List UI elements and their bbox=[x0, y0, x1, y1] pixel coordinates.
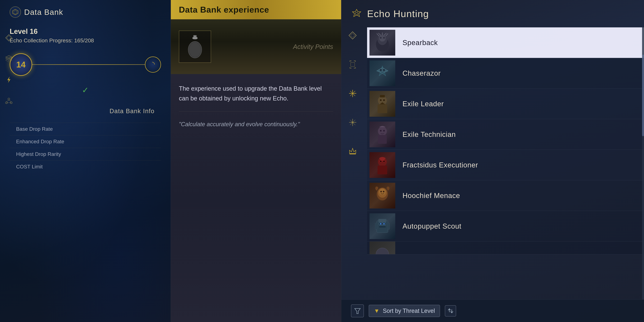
scrollbar-thumb[interactable] bbox=[642, 54, 644, 136]
svg-point-64 bbox=[376, 248, 389, 254]
svg-rect-38 bbox=[378, 104, 387, 113]
info-row-cost-limit: COST Limit bbox=[10, 160, 161, 173]
info-row-highest-rarity: Highest Drop Rarity bbox=[10, 148, 161, 160]
item-frame bbox=[179, 30, 211, 63]
list-item[interactable]: Exile Leader bbox=[367, 88, 644, 119]
svg-point-53 bbox=[380, 191, 382, 192]
enemy-name: Spearback bbox=[398, 39, 438, 47]
left-navigation bbox=[3, 32, 14, 106]
milestone-number: 14 bbox=[16, 60, 26, 70]
nav-icon-diamond[interactable] bbox=[3, 32, 14, 44]
enemy-list-container: Spearback Chaserazor bbox=[367, 27, 644, 300]
checkmark-icon: ✓ bbox=[82, 86, 89, 95]
enemy-name: Hoochief Menace bbox=[398, 192, 460, 200]
svg-point-45 bbox=[383, 130, 385, 132]
description-area: The experience used to upgrade the Data … bbox=[171, 74, 341, 322]
left-panel: Data Bank Level 16 Echo Collection Progr… bbox=[0, 0, 171, 322]
svg-rect-11 bbox=[192, 37, 198, 39]
right-nav-icon-snowflake[interactable] bbox=[346, 116, 359, 129]
svg-line-5 bbox=[6, 100, 9, 102]
svg-marker-18 bbox=[350, 33, 355, 38]
svg-point-13 bbox=[189, 42, 200, 57]
nav-icon-nodes[interactable] bbox=[3, 95, 14, 106]
svg-point-36 bbox=[383, 69, 385, 71]
milestone-circle-sm bbox=[145, 56, 161, 72]
svg-rect-39 bbox=[380, 95, 385, 98]
level-display: Level 16 bbox=[10, 27, 161, 36]
middle-panel: Data Bank experience Activity Points The… bbox=[171, 0, 341, 322]
sort-arrows-button[interactable] bbox=[445, 305, 456, 316]
enemy-list: Spearback Chaserazor bbox=[367, 27, 644, 254]
svg-marker-65 bbox=[355, 308, 360, 314]
activity-points-label: Activity Points bbox=[221, 43, 333, 50]
checkmark-area: ✓ bbox=[10, 86, 161, 95]
right-nav-icon-bracket[interactable] bbox=[346, 58, 359, 71]
svg-rect-47 bbox=[378, 166, 387, 174]
right-navigation bbox=[346, 29, 359, 158]
echo-hunting-icon bbox=[351, 8, 362, 19]
svg-rect-56 bbox=[378, 219, 386, 222]
progress-display: Echo Collection Progress: 165/208 bbox=[10, 37, 161, 44]
list-item[interactable]: Autopuppet Scout bbox=[367, 211, 644, 242]
svg-point-49 bbox=[383, 160, 385, 162]
list-item[interactable]: Spearback bbox=[367, 27, 644, 58]
enemy-name: Chaserazor bbox=[398, 69, 441, 77]
filter-button[interactable] bbox=[351, 304, 364, 317]
enemy-name: Exile Technician bbox=[398, 130, 456, 138]
svg-marker-1 bbox=[7, 36, 11, 40]
avatar bbox=[370, 152, 395, 178]
svg-rect-62 bbox=[375, 223, 377, 230]
right-panel: Echo Hunting bbox=[341, 0, 644, 322]
svg-rect-19 bbox=[351, 62, 355, 66]
right-nav-icon-diamond[interactable] bbox=[346, 29, 359, 42]
svg-marker-9 bbox=[14, 10, 17, 14]
list-item[interactable]: Chaserazor bbox=[367, 58, 644, 88]
enemy-name: Fractsidus Executioner bbox=[398, 161, 478, 169]
echo-hunting-title: Echo Hunting bbox=[367, 8, 429, 19]
avatar bbox=[370, 30, 395, 56]
list-item[interactable]: Fractsidus Executioner bbox=[367, 150, 644, 180]
list-item[interactable] bbox=[367, 242, 644, 254]
avatar bbox=[370, 183, 395, 208]
left-panel-title: Data Bank bbox=[24, 8, 63, 16]
description-quote: "Calculate accurately and evolve continu… bbox=[179, 120, 333, 129]
sort-button[interactable]: ▼ Sort by Threat Level bbox=[369, 305, 440, 317]
level-info: Level 16 Echo Collection Progress: 165/2… bbox=[10, 27, 161, 44]
sort-chevron-icon: ▼ bbox=[374, 308, 380, 314]
info-section: Data Bank Info Base Drop Rate Enhanced D… bbox=[10, 108, 161, 173]
info-section-title: Data Bank Info bbox=[10, 108, 161, 115]
milestone-item-1 bbox=[145, 56, 161, 72]
avatar bbox=[370, 91, 395, 117]
svg-rect-63 bbox=[388, 223, 390, 230]
svg-point-35 bbox=[380, 69, 382, 71]
svg-point-41 bbox=[383, 99, 385, 101]
avatar bbox=[370, 60, 395, 86]
right-nav-icon-crown[interactable] bbox=[346, 145, 359, 158]
svg-point-59 bbox=[380, 223, 382, 224]
svg-marker-15 bbox=[352, 9, 361, 16]
svg-rect-29 bbox=[350, 154, 356, 154]
item-icon bbox=[185, 34, 205, 59]
nav-icon-lightning[interactable] bbox=[3, 74, 14, 85]
enhanced-drop-label: Enhanced Drop Rate bbox=[16, 138, 64, 144]
enemy-name: Exile Leader bbox=[398, 100, 444, 108]
svg-point-14 bbox=[194, 36, 196, 37]
list-item[interactable]: Exile Technician bbox=[367, 119, 644, 150]
data-bank-experience-header: Data Bank experience bbox=[171, 0, 341, 19]
item-display-area: Activity Points bbox=[171, 19, 341, 74]
avatar bbox=[370, 122, 395, 147]
info-row-base-drop: Base Drop Rate bbox=[10, 123, 161, 135]
nav-icon-layers[interactable] bbox=[3, 53, 14, 64]
milestones-row: 14 bbox=[10, 53, 161, 76]
svg-rect-43 bbox=[378, 135, 387, 144]
avatar bbox=[370, 213, 395, 239]
info-row-enhanced-drop: Enhanced Drop Rate bbox=[10, 135, 161, 148]
list-item[interactable]: Hoochief Menace bbox=[367, 180, 644, 211]
scrollbar[interactable] bbox=[642, 27, 644, 300]
data-bank-icon bbox=[10, 6, 21, 18]
avatar bbox=[370, 242, 395, 254]
sort-label: Sort by Threat Level bbox=[383, 308, 435, 314]
description-main: The experience used to upgrade the Data … bbox=[179, 84, 333, 103]
svg-rect-61 bbox=[379, 226, 386, 228]
right-nav-icon-cross[interactable] bbox=[346, 87, 359, 100]
